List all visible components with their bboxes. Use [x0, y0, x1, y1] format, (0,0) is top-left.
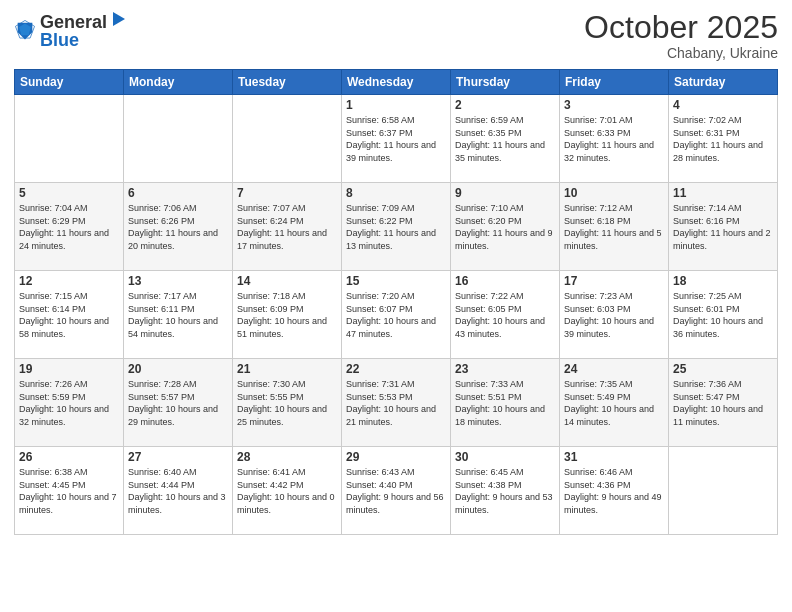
day-number: 8	[346, 186, 446, 200]
day-info: Sunrise: 6:38 AMSunset: 4:45 PMDaylight:…	[19, 466, 119, 516]
location-subtitle: Chabany, Ukraine	[584, 45, 778, 61]
day-cell-4-0: 26Sunrise: 6:38 AMSunset: 4:45 PMDayligh…	[15, 447, 124, 535]
day-info: Sunrise: 7:35 AMSunset: 5:49 PMDaylight:…	[564, 378, 664, 428]
day-cell-1-5: 10Sunrise: 7:12 AMSunset: 6:18 PMDayligh…	[560, 183, 669, 271]
day-info: Sunrise: 7:10 AMSunset: 6:20 PMDaylight:…	[455, 202, 555, 252]
day-number: 15	[346, 274, 446, 288]
day-cell-2-1: 13Sunrise: 7:17 AMSunset: 6:11 PMDayligh…	[124, 271, 233, 359]
logo: General Blue	[14, 10, 127, 50]
day-cell-0-6: 4Sunrise: 7:02 AMSunset: 6:31 PMDaylight…	[669, 95, 778, 183]
day-number: 6	[128, 186, 228, 200]
day-info: Sunrise: 7:33 AMSunset: 5:51 PMDaylight:…	[455, 378, 555, 428]
day-cell-0-5: 3Sunrise: 7:01 AMSunset: 6:33 PMDaylight…	[560, 95, 669, 183]
logo-general: General	[40, 13, 107, 31]
day-info: Sunrise: 7:09 AMSunset: 6:22 PMDaylight:…	[346, 202, 446, 252]
day-info: Sunrise: 7:15 AMSunset: 6:14 PMDaylight:…	[19, 290, 119, 340]
day-number: 21	[237, 362, 337, 376]
day-cell-2-2: 14Sunrise: 7:18 AMSunset: 6:09 PMDayligh…	[233, 271, 342, 359]
day-info: Sunrise: 7:04 AMSunset: 6:29 PMDaylight:…	[19, 202, 119, 252]
day-cell-3-2: 21Sunrise: 7:30 AMSunset: 5:55 PMDayligh…	[233, 359, 342, 447]
day-cell-1-4: 9Sunrise: 7:10 AMSunset: 6:20 PMDaylight…	[451, 183, 560, 271]
day-number: 20	[128, 362, 228, 376]
day-number: 11	[673, 186, 773, 200]
day-cell-1-1: 6Sunrise: 7:06 AMSunset: 6:26 PMDaylight…	[124, 183, 233, 271]
day-cell-4-5: 31Sunrise: 6:46 AMSunset: 4:36 PMDayligh…	[560, 447, 669, 535]
day-number: 29	[346, 450, 446, 464]
day-info: Sunrise: 7:26 AMSunset: 5:59 PMDaylight:…	[19, 378, 119, 428]
month-title: October 2025	[584, 10, 778, 45]
day-number: 5	[19, 186, 119, 200]
day-info: Sunrise: 7:18 AMSunset: 6:09 PMDaylight:…	[237, 290, 337, 340]
day-cell-3-4: 23Sunrise: 7:33 AMSunset: 5:51 PMDayligh…	[451, 359, 560, 447]
day-number: 14	[237, 274, 337, 288]
calendar-header-row: Sunday Monday Tuesday Wednesday Thursday…	[15, 70, 778, 95]
day-number: 26	[19, 450, 119, 464]
week-row-4: 26Sunrise: 6:38 AMSunset: 4:45 PMDayligh…	[15, 447, 778, 535]
day-info: Sunrise: 7:20 AMSunset: 6:07 PMDaylight:…	[346, 290, 446, 340]
day-info: Sunrise: 7:12 AMSunset: 6:18 PMDaylight:…	[564, 202, 664, 252]
day-cell-0-1	[124, 95, 233, 183]
day-number: 19	[19, 362, 119, 376]
day-cell-2-6: 18Sunrise: 7:25 AMSunset: 6:01 PMDayligh…	[669, 271, 778, 359]
day-info: Sunrise: 6:59 AMSunset: 6:35 PMDaylight:…	[455, 114, 555, 164]
day-number: 1	[346, 98, 446, 112]
day-number: 27	[128, 450, 228, 464]
day-cell-3-6: 25Sunrise: 7:36 AMSunset: 5:47 PMDayligh…	[669, 359, 778, 447]
day-cell-4-4: 30Sunrise: 6:45 AMSunset: 4:38 PMDayligh…	[451, 447, 560, 535]
logo-icon	[14, 19, 36, 41]
title-block: October 2025 Chabany, Ukraine	[584, 10, 778, 61]
day-number: 3	[564, 98, 664, 112]
day-info: Sunrise: 7:02 AMSunset: 6:31 PMDaylight:…	[673, 114, 773, 164]
day-cell-2-5: 17Sunrise: 7:23 AMSunset: 6:03 PMDayligh…	[560, 271, 669, 359]
day-cell-2-3: 15Sunrise: 7:20 AMSunset: 6:07 PMDayligh…	[342, 271, 451, 359]
day-cell-0-4: 2Sunrise: 6:59 AMSunset: 6:35 PMDaylight…	[451, 95, 560, 183]
header-thursday: Thursday	[451, 70, 560, 95]
logo-text-block: General Blue	[40, 10, 127, 50]
header-wednesday: Wednesday	[342, 70, 451, 95]
day-info: Sunrise: 7:23 AMSunset: 6:03 PMDaylight:…	[564, 290, 664, 340]
day-info: Sunrise: 7:22 AMSunset: 6:05 PMDaylight:…	[455, 290, 555, 340]
svg-marker-3	[113, 12, 125, 26]
day-cell-4-3: 29Sunrise: 6:43 AMSunset: 4:40 PMDayligh…	[342, 447, 451, 535]
day-info: Sunrise: 7:25 AMSunset: 6:01 PMDaylight:…	[673, 290, 773, 340]
day-info: Sunrise: 6:46 AMSunset: 4:36 PMDaylight:…	[564, 466, 664, 516]
day-cell-2-4: 16Sunrise: 7:22 AMSunset: 6:05 PMDayligh…	[451, 271, 560, 359]
day-cell-0-0	[15, 95, 124, 183]
day-cell-0-2	[233, 95, 342, 183]
day-number: 16	[455, 274, 555, 288]
day-cell-3-3: 22Sunrise: 7:31 AMSunset: 5:53 PMDayligh…	[342, 359, 451, 447]
day-info: Sunrise: 7:07 AMSunset: 6:24 PMDaylight:…	[237, 202, 337, 252]
day-number: 7	[237, 186, 337, 200]
day-info: Sunrise: 6:58 AMSunset: 6:37 PMDaylight:…	[346, 114, 446, 164]
day-cell-1-3: 8Sunrise: 7:09 AMSunset: 6:22 PMDaylight…	[342, 183, 451, 271]
day-cell-4-6	[669, 447, 778, 535]
day-info: Sunrise: 7:30 AMSunset: 5:55 PMDaylight:…	[237, 378, 337, 428]
day-info: Sunrise: 7:17 AMSunset: 6:11 PMDaylight:…	[128, 290, 228, 340]
day-number: 28	[237, 450, 337, 464]
day-number: 31	[564, 450, 664, 464]
day-info: Sunrise: 7:01 AMSunset: 6:33 PMDaylight:…	[564, 114, 664, 164]
day-number: 13	[128, 274, 228, 288]
day-info: Sunrise: 6:45 AMSunset: 4:38 PMDaylight:…	[455, 466, 555, 516]
week-row-0: 1Sunrise: 6:58 AMSunset: 6:37 PMDaylight…	[15, 95, 778, 183]
day-info: Sunrise: 7:06 AMSunset: 6:26 PMDaylight:…	[128, 202, 228, 252]
week-row-3: 19Sunrise: 7:26 AMSunset: 5:59 PMDayligh…	[15, 359, 778, 447]
header-saturday: Saturday	[669, 70, 778, 95]
day-number: 2	[455, 98, 555, 112]
day-info: Sunrise: 6:43 AMSunset: 4:40 PMDaylight:…	[346, 466, 446, 516]
day-cell-3-1: 20Sunrise: 7:28 AMSunset: 5:57 PMDayligh…	[124, 359, 233, 447]
header-sunday: Sunday	[15, 70, 124, 95]
day-number: 22	[346, 362, 446, 376]
day-cell-2-0: 12Sunrise: 7:15 AMSunset: 6:14 PMDayligh…	[15, 271, 124, 359]
calendar-table: Sunday Monday Tuesday Wednesday Thursday…	[14, 69, 778, 535]
header-monday: Monday	[124, 70, 233, 95]
header-tuesday: Tuesday	[233, 70, 342, 95]
day-info: Sunrise: 7:14 AMSunset: 6:16 PMDaylight:…	[673, 202, 773, 252]
day-number: 18	[673, 274, 773, 288]
day-info: Sunrise: 7:31 AMSunset: 5:53 PMDaylight:…	[346, 378, 446, 428]
day-info: Sunrise: 7:28 AMSunset: 5:57 PMDaylight:…	[128, 378, 228, 428]
day-cell-1-0: 5Sunrise: 7:04 AMSunset: 6:29 PMDaylight…	[15, 183, 124, 271]
day-number: 12	[19, 274, 119, 288]
header-friday: Friday	[560, 70, 669, 95]
day-cell-3-5: 24Sunrise: 7:35 AMSunset: 5:49 PMDayligh…	[560, 359, 669, 447]
